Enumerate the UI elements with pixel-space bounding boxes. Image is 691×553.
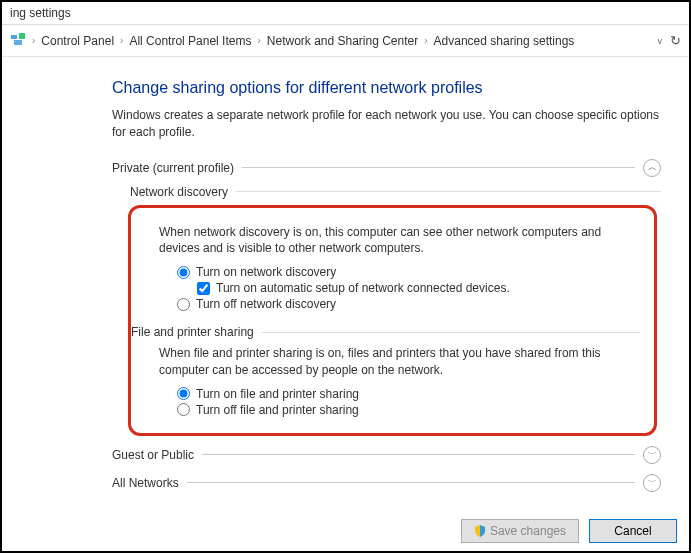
checkbox-auto-setup-label[interactable]: Turn on automatic setup of network conne… [216, 281, 510, 295]
network-discovery-header: Network discovery [130, 185, 661, 199]
radio-fp-off-label[interactable]: Turn off file and printer sharing [196, 403, 359, 417]
radio-fp-off[interactable] [177, 403, 190, 416]
highlighted-settings-box: When network discovery is on, this compu… [128, 205, 657, 436]
svg-rect-1 [19, 33, 25, 39]
page-title: Change sharing options for different net… [112, 79, 661, 97]
file-printer-desc: When file and printer sharing is on, fil… [159, 345, 640, 379]
checkbox-auto-setup[interactable] [197, 282, 210, 295]
breadcrumb-all-items[interactable]: All Control Panel Items [129, 34, 251, 48]
chevron-up-icon[interactable]: ︿ [643, 159, 661, 177]
section-guest-header[interactable]: Guest or Public ﹀ [112, 446, 661, 464]
main-content: Change sharing options for different net… [2, 57, 689, 492]
shield-icon [474, 525, 486, 537]
breadcrumb-control-panel[interactable]: Control Panel [41, 34, 114, 48]
save-changes-label: Save changes [490, 524, 566, 538]
cancel-label: Cancel [614, 524, 651, 538]
radio-nd-on-label[interactable]: Turn on network discovery [196, 265, 336, 279]
breadcrumb-bar: › Control Panel › All Control Panel Item… [2, 25, 689, 57]
section-all-label: All Networks [112, 476, 179, 490]
control-panel-icon [10, 31, 26, 50]
window-title-fragment: ing settings [2, 2, 689, 25]
breadcrumb: › Control Panel › All Control Panel Item… [32, 34, 652, 48]
page-subtitle: Windows creates a separate network profi… [112, 107, 661, 141]
cancel-button[interactable]: Cancel [589, 519, 677, 543]
section-private-label: Private (current profile) [112, 161, 234, 175]
svg-rect-2 [14, 40, 22, 45]
svg-rect-0 [11, 35, 17, 39]
chevron-down-icon[interactable]: ﹀ [643, 474, 661, 492]
chevron-down-icon[interactable]: ﹀ [643, 446, 661, 464]
network-discovery-desc: When network discovery is on, this compu… [159, 224, 640, 258]
chevron-right-icon: › [120, 35, 123, 46]
section-all-header[interactable]: All Networks ﹀ [112, 474, 661, 492]
network-discovery-label: Network discovery [130, 185, 228, 199]
section-guest-label: Guest or Public [112, 448, 194, 462]
breadcrumb-network-sharing[interactable]: Network and Sharing Center [267, 34, 418, 48]
footer-buttons: Save changes Cancel [461, 519, 677, 543]
section-private-header[interactable]: Private (current profile) ︿ [112, 159, 661, 177]
file-printer-header: File and printer sharing [131, 325, 640, 339]
radio-fp-on[interactable] [177, 387, 190, 400]
breadcrumb-dropdown-icon[interactable]: v [658, 36, 663, 46]
refresh-icon[interactable]: ↻ [670, 33, 681, 48]
save-changes-button[interactable]: Save changes [461, 519, 579, 543]
radio-nd-off-label[interactable]: Turn off network discovery [196, 297, 336, 311]
radio-nd-on[interactable] [177, 266, 190, 279]
breadcrumb-advanced-sharing[interactable]: Advanced sharing settings [434, 34, 575, 48]
file-printer-label: File and printer sharing [131, 325, 254, 339]
radio-nd-off[interactable] [177, 298, 190, 311]
chevron-right-icon: › [424, 35, 427, 46]
chevron-right-icon: › [32, 35, 35, 46]
radio-fp-on-label[interactable]: Turn on file and printer sharing [196, 387, 359, 401]
chevron-right-icon: › [257, 35, 260, 46]
